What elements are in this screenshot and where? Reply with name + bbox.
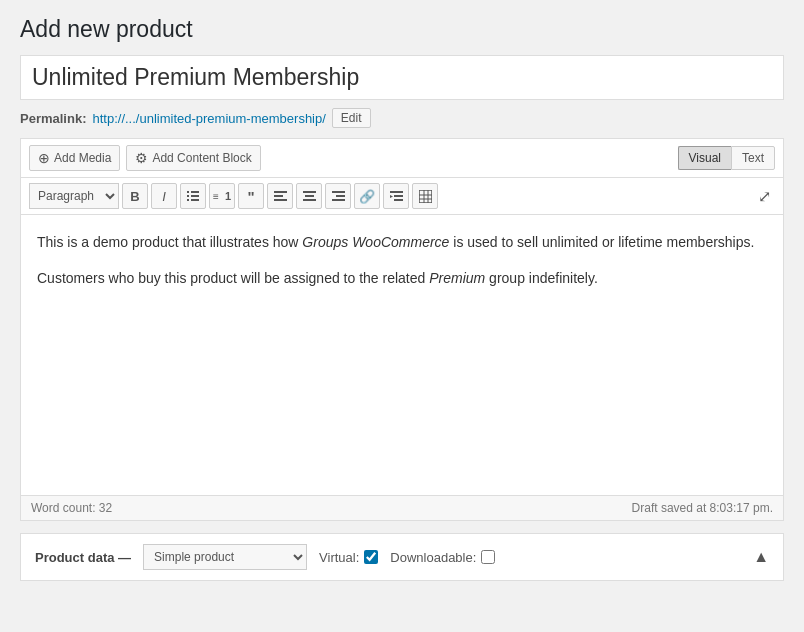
align-left-button[interactable] [267, 183, 293, 209]
svg-rect-8 [274, 195, 283, 197]
indent-button[interactable] [383, 183, 409, 209]
svg-rect-12 [303, 199, 316, 201]
editor-footer: Word count: 32 Draft saved at 8:03:17 pm… [21, 495, 783, 520]
word-count-value: 32 [99, 501, 112, 515]
align-center-button[interactable] [296, 183, 322, 209]
bold-button[interactable]: B [122, 183, 148, 209]
add-content-block-button[interactable]: ⚙ Add Content Block [126, 145, 260, 171]
permalink-link[interactable]: http://.../unlimited-premium-membership/ [92, 111, 325, 126]
svg-rect-13 [332, 191, 345, 193]
product-data-expand-arrow[interactable]: ▲ [753, 548, 769, 566]
unordered-list-button[interactable] [180, 183, 206, 209]
media-icon: ⊕ [38, 150, 50, 166]
permalink-edit-button[interactable]: Edit [332, 108, 371, 128]
visual-tab[interactable]: Visual [678, 146, 731, 170]
virtual-row: Virtual: [319, 550, 378, 565]
align-right-button[interactable] [325, 183, 351, 209]
svg-rect-2 [187, 195, 189, 197]
downloadable-checkbox[interactable] [481, 550, 495, 564]
draft-saved-status: Draft saved at 8:03:17 pm. [632, 501, 773, 515]
svg-rect-5 [191, 199, 199, 201]
virtual-label: Virtual: [319, 550, 359, 565]
svg-marker-19 [390, 195, 393, 198]
content-block-icon: ⚙ [135, 150, 148, 166]
ordered-list-button[interactable]: ≡ 1 [209, 183, 235, 209]
link-button[interactable]: 🔗 [354, 183, 380, 209]
svg-rect-1 [191, 191, 199, 193]
formatting-toolbar: Paragraph B I ≡ 1 " [21, 178, 783, 215]
downloadable-label: Downloadable: [390, 550, 476, 565]
editor-top-toolbar: ⊕ Add Media ⚙ Add Content Block Visual T… [21, 139, 783, 178]
svg-rect-17 [394, 195, 403, 197]
svg-rect-14 [336, 195, 345, 197]
virtual-checkbox[interactable] [364, 550, 378, 564]
add-media-button[interactable]: ⊕ Add Media [29, 145, 120, 171]
downloadable-row: Downloadable: [390, 550, 495, 565]
svg-rect-10 [303, 191, 316, 193]
svg-rect-18 [394, 199, 403, 201]
permalink-row: Permalink: http://.../unlimited-premium-… [20, 108, 784, 128]
word-count-label: Word count: [31, 501, 95, 515]
editor-area: ⊕ Add Media ⚙ Add Content Block Visual T… [20, 138, 784, 521]
view-toggle: Visual Text [678, 146, 775, 170]
product-data-bar: Product data — Simple product Grouped pr… [20, 533, 784, 581]
svg-rect-4 [187, 199, 189, 201]
svg-rect-9 [274, 199, 287, 201]
svg-rect-15 [332, 199, 345, 201]
svg-rect-16 [390, 191, 403, 193]
post-title-input[interactable] [20, 55, 784, 100]
text-tab[interactable]: Text [731, 146, 775, 170]
toolbar-left: ⊕ Add Media ⚙ Add Content Block [29, 145, 261, 171]
paragraph-select[interactable]: Paragraph [29, 183, 119, 209]
permalink-label: Permalink: [20, 111, 86, 126]
svg-rect-7 [274, 191, 287, 193]
expand-editor-button[interactable]: ⤢ [753, 185, 775, 207]
svg-rect-11 [305, 195, 314, 197]
svg-rect-3 [191, 195, 199, 197]
product-data-label: Product data — [35, 550, 131, 565]
table-button[interactable] [412, 183, 438, 209]
add-content-block-label: Add Content Block [152, 151, 251, 165]
content-paragraph-2: Customers who buy this product will be a… [37, 267, 767, 289]
page-title: Add new product [20, 16, 784, 43]
word-count: Word count: 32 [31, 501, 112, 515]
content-paragraph-1: This is a demo product that illustrates … [37, 231, 767, 253]
editor-content[interactable]: This is a demo product that illustrates … [21, 215, 783, 495]
italic-button[interactable]: I [151, 183, 177, 209]
add-media-label: Add Media [54, 151, 111, 165]
svg-rect-0 [187, 191, 189, 193]
product-type-select[interactable]: Simple product Grouped product External/… [143, 544, 307, 570]
svg-rect-20 [419, 190, 432, 203]
svg-text:≡: ≡ [213, 191, 219, 202]
blockquote-button[interactable]: " [238, 183, 264, 209]
